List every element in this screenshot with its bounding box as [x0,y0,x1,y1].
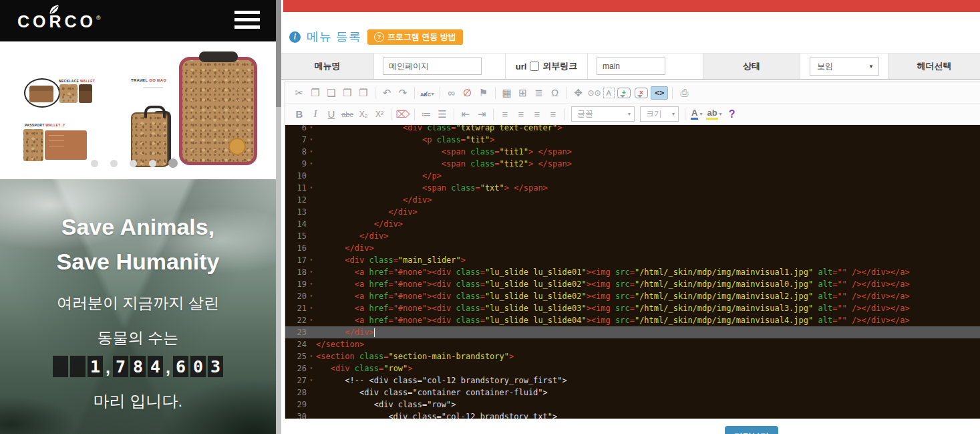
unlink-icon[interactable]: ∅ [460,86,475,100]
align-left-icon[interactable]: ≡ [498,107,512,122]
find-icon[interactable]: ⊙⊙ [587,86,602,100]
align-center-icon[interactable]: ≡ [514,107,528,122]
bulleted-list-icon[interactable]: ☰ [435,107,450,122]
status-select[interactable]: 보임 ▼ [810,58,879,76]
code-line-15[interactable]: 15 </div> [285,230,980,242]
spellcheck-icon[interactable]: ABC✓▾ [420,89,434,97]
fold-arrow-icon[interactable]: ▾ [307,254,316,266]
carousel-dot-3[interactable] [130,160,137,167]
code-line-22[interactable]: 22▾ <a href="#none"><div class="lu_slide… [285,314,980,326]
header-select-label: 헤더선택 [888,53,980,79]
select-all-icon[interactable]: A [603,88,615,98]
carousel-dot-4[interactable] [149,160,156,167]
fold-arrow-icon[interactable]: ▾ [307,134,316,146]
code-line-7[interactable]: 7▾ <p class="tit"> [285,134,980,146]
maximize-icon[interactable]: ✥ [571,86,586,100]
menu-name-input[interactable] [383,58,482,75]
code-line-6[interactable]: 6▾ <div class="txtwrap text-center"> [285,124,980,134]
code-line-18[interactable]: 18▾ <a href="#none"><div class="lu_slide… [285,266,980,278]
code-line-28[interactable]: 28 <div class="container container-fluid… [285,387,980,399]
print-icon[interactable]: ⎙ [677,86,691,100]
bg-color-button[interactable]: ab▾ [706,108,721,120]
fold-arrow-icon[interactable]: ▾ [307,374,316,387]
cut-icon[interactable]: ✂ [292,86,307,100]
carousel-dot-1[interactable] [91,160,98,167]
remove-block-icon[interactable]: × [635,88,648,98]
fold-arrow-icon[interactable]: ▾ [307,278,316,290]
fold-arrow-icon[interactable]: ▾ [307,302,316,314]
fold-arrow-icon[interactable]: ▾ [307,158,316,170]
source-button[interactable]: <> [651,86,668,100]
preview-button[interactable]: 미리보기 [725,426,778,434]
code-line-13[interactable]: 13 </div> [285,206,980,218]
passport-wallet-cork-image [23,129,43,161]
undo-icon[interactable]: ↶ [379,86,394,100]
code-line-20[interactable]: 20▾ <a href="#none"><div class="lu_slide… [285,290,980,302]
fold-arrow-icon[interactable]: ▾ [307,182,316,194]
superscript-icon[interactable]: X² [372,107,387,122]
code-line-8[interactable]: 8▾ <span class="tit1"> </span> [285,146,980,158]
code-line-21[interactable]: 21▾ <a href="#none"><div class="lu_slide… [285,302,980,314]
add-block-icon[interactable]: + [617,88,631,98]
align-right-icon[interactable]: ≡ [530,107,544,122]
numbered-list-icon[interactable]: ≔ [419,107,434,122]
code-line-12[interactable]: 12 </div> [285,194,980,206]
remove-format-icon[interactable]: ⌦ [395,107,410,122]
redo-icon[interactable]: ↷ [395,86,410,100]
subscript-icon[interactable]: X₂ [356,107,371,122]
outdent-icon[interactable]: ⇤ [458,107,473,122]
preview-scrollbar-thumb[interactable] [276,0,281,107]
fold-arrow-icon[interactable]: ▾ [307,350,316,362]
italic-icon[interactable]: I [308,107,323,122]
hamburger-menu-icon[interactable] [234,11,260,33]
program-link-help-button[interactable]: ? 프로그램 연동 방법 [367,29,463,45]
about-icon[interactable]: ? [725,107,740,122]
indent-icon[interactable]: ⇥ [474,107,489,122]
size-dropdown[interactable]: 크기▾ [640,106,679,122]
source-code-area[interactable]: 6▾ <div class="txtwrap text-center">7▾ <… [285,124,980,419]
text-color-button[interactable]: A▾ [691,108,702,120]
code-line-23[interactable]: 23 </div> [285,326,980,338]
code-line-17[interactable]: 17▾ <div class="main_slider"> [285,254,980,266]
url-input[interactable] [597,58,665,75]
counter-digit-1 [70,356,86,377]
code-line-27[interactable]: 27▾ <!-- <div class="col-12 brandstory_r… [285,374,980,387]
font-dropdown[interactable]: 글꼴▾ [571,106,635,122]
fold-arrow-icon[interactable]: ▾ [307,314,316,326]
special-char-icon[interactable]: Ω [548,86,562,100]
brand-logo[interactable]: CORCO® [17,4,91,30]
code-line-11[interactable]: 11▾ <span class="txt"> </span> [285,182,980,194]
paste-icon[interactable]: ❑ [324,86,339,100]
fold-arrow-icon[interactable]: ▾ [307,266,316,278]
copy-icon[interactable]: ❐ [308,86,323,100]
horizontal-rule-icon[interactable]: ≣ [532,86,546,100]
fold-arrow-icon[interactable]: ▾ [307,362,316,374]
code-line-30[interactable]: 30 <div class="col-12 brandstory_txt"> [285,411,980,419]
anchor-icon[interactable]: ⚑ [476,86,491,100]
strikethrough-icon[interactable]: abc [340,107,355,122]
fold-arrow-icon[interactable]: ▾ [307,290,316,302]
code-line-16[interactable]: 16 </div> [285,242,980,254]
preview-scrollbar-track[interactable] [276,0,281,434]
external-link-checkbox[interactable] [530,62,539,71]
carousel-dot-5[interactable] [168,158,178,168]
fold-arrow-icon[interactable]: ▾ [307,124,316,134]
code-line-9[interactable]: 9▾ <span class="tit2"> </span> [285,158,980,170]
code-line-19[interactable]: 19▾ <a href="#none"><div class="lu_slide… [285,278,980,290]
code-line-14[interactable]: 14 </div> [285,218,980,230]
image-icon[interactable]: ▦ [500,86,514,100]
paste-text-icon[interactable]: ❒ [340,86,355,100]
code-line-25[interactable]: 25▾<section class="section-main-brandsto… [285,350,980,362]
code-line-10[interactable]: 10 </p> [285,170,980,182]
align-justify-icon[interactable]: ≡ [546,107,560,122]
paste-word-icon[interactable]: ❒ [356,86,371,100]
fold-arrow-icon[interactable]: ▾ [307,146,316,158]
bold-icon[interactable]: B [292,107,307,122]
underline-icon[interactable]: U [324,107,339,122]
carousel-dot-2[interactable] [110,160,118,167]
code-line-26[interactable]: 26▾ <div class="row"> [285,362,980,374]
code-line-24[interactable]: 24</section> [285,338,980,350]
table-icon[interactable]: ⊞ [516,86,530,100]
link-icon[interactable]: ∞ [444,86,459,100]
code-line-29[interactable]: 29 <div class="row"> [285,399,980,411]
